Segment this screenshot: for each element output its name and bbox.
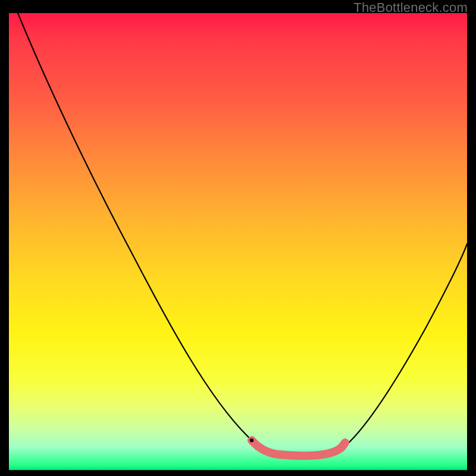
plot-area xyxy=(9,13,467,470)
cusp-dot xyxy=(250,439,253,442)
chart-frame: TheBottleneck.com xyxy=(0,0,476,476)
optimal-band-highlight xyxy=(252,440,345,456)
curve-svg xyxy=(9,13,467,470)
watermark-text: TheBottleneck.com xyxy=(353,0,468,15)
bottleneck-curve xyxy=(18,13,467,456)
